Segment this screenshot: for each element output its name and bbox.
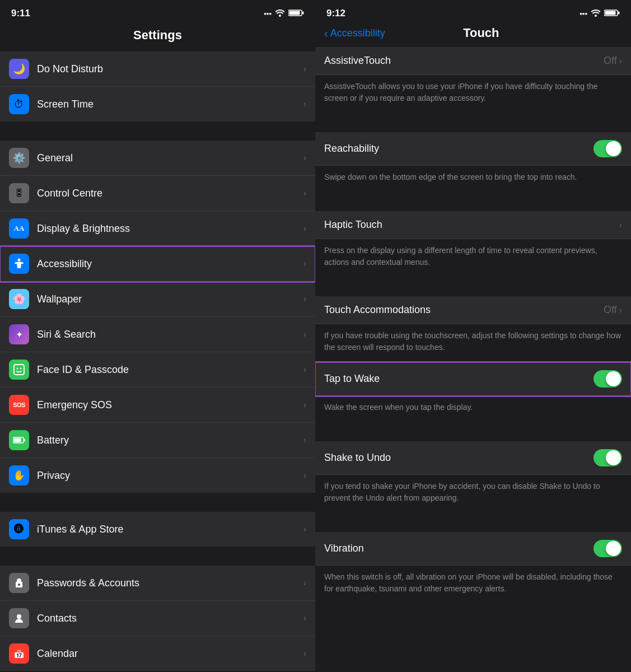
touch-accommodations-off: Off [604, 304, 617, 316]
svg-point-12 [17, 614, 21, 619]
section-haptic-touch: Haptic Touch › Press on the display usin… [315, 211, 631, 276]
passwords-icon [9, 573, 29, 593]
assistive-touch-label: AssistiveTouch [324, 55, 391, 67]
svg-point-13 [595, 15, 597, 17]
right-page-title: Touch [385, 26, 577, 40]
vibration-desc-text: When this switch is off, all vibration o… [324, 572, 613, 593]
left-status-bar: 9:11 ▪▪▪ [0, 0, 315, 24]
tap-to-wake-description: Wake the screen when you tap the display… [315, 396, 631, 421]
divider-r3 [315, 277, 631, 296]
battery-settings-icon [9, 430, 29, 450]
divider-r4 [315, 422, 631, 441]
settings-group-1: 🌙 Do Not Disturb › ⏱ Screen Time › [0, 52, 315, 122]
chevron-icon: › [303, 153, 306, 163]
settings-item-do-not-disturb[interactable]: 🌙 Do Not Disturb › [0, 52, 315, 87]
right-item-reachability[interactable]: Reachability [315, 132, 631, 166]
right-status-bar: 9:12 ▪▪▪ [315, 0, 631, 24]
settings-item-general[interactable]: ⚙️ General › [0, 141, 315, 176]
chevron-icon: › [303, 578, 306, 588]
wifi-icon [275, 9, 285, 18]
section-reachability: Reachability Swipe down on the bottom ed… [315, 132, 631, 191]
haptic-touch-desc-text: Press on the display using a different l… [324, 246, 597, 267]
settings-item-battery[interactable]: Battery › [0, 423, 315, 458]
settings-group-3: 🅐 iTunes & App Store › [0, 512, 315, 547]
settings-item-accessibility[interactable]: Accessibility › [0, 246, 315, 282]
tap-to-wake-toggle[interactable] [593, 370, 622, 388]
reachability-description: Swipe down on the bottom edge of the scr… [315, 166, 631, 191]
divider-r2 [315, 192, 631, 211]
accessibility-label: Accessibility [37, 258, 303, 270]
section-assistive-touch: AssistiveTouch Off › AssistiveTouch allo… [315, 47, 631, 112]
divider-1 [0, 123, 315, 141]
screen-time-icon: ⏱ [9, 94, 29, 114]
haptic-touch-value: › [619, 220, 622, 230]
passwords-label: Passwords & Accounts [37, 577, 303, 589]
settings-group-2: ⚙️ General › 🎛 Control Centre › AA Displ… [0, 141, 315, 493]
svg-rect-3 [302, 11, 304, 14]
settings-item-wallpaper[interactable]: 🌸 Wallpaper › [0, 282, 315, 317]
chevron-icon: › [303, 613, 306, 623]
touch-accommodations-desc-text: If you have trouble using the touchscree… [324, 331, 621, 352]
svg-rect-9 [14, 438, 21, 442]
assistive-touch-off: Off [604, 55, 617, 67]
svg-point-11 [18, 584, 20, 586]
tap-to-wake-toggle-knob [606, 371, 621, 386]
divider-2 [0, 494, 315, 512]
reachability-label: Reachability [324, 143, 379, 155]
wallpaper-icon: 🌸 [9, 289, 29, 309]
right-item-tap-to-wake[interactable]: Tap to Wake [315, 362, 631, 396]
battery-icon [288, 9, 304, 18]
chevron-icon: › [303, 294, 306, 304]
settings-item-emergency-sos[interactable]: SOS Emergency SOS › [0, 388, 315, 423]
battery-label: Battery [37, 435, 303, 446]
right-item-shake-to-undo[interactable]: Shake to Undo [315, 441, 631, 475]
privacy-icon: ✋ [9, 465, 29, 486]
right-item-touch-accommodations[interactable]: Touch Accommodations Off › [315, 296, 631, 324]
tap-to-wake-label: Tap to Wake [324, 373, 380, 385]
settings-item-privacy[interactable]: ✋ Privacy › [0, 458, 315, 493]
vibration-description: When this switch is off, all vibration o… [315, 566, 631, 603]
settings-item-control-centre[interactable]: 🎛 Control Centre › [0, 176, 315, 211]
settings-item-screen-time[interactable]: ⏱ Screen Time › [0, 87, 315, 122]
chevron-icon: › [303, 435, 306, 445]
settings-item-contacts[interactable]: Contacts › [0, 601, 315, 636]
section-tap-to-wake: Tap to Wake Wake the screen when you tap… [315, 362, 631, 421]
settings-group-4: Passwords & Accounts › Contacts › 📅 Cale… [0, 566, 315, 671]
right-wifi-icon [591, 9, 601, 18]
right-item-assistive-touch[interactable]: AssistiveTouch Off › [315, 47, 631, 75]
chevron-icon: › [303, 188, 306, 198]
right-status-icons: ▪▪▪ [579, 9, 620, 18]
svg-rect-2 [289, 11, 300, 15]
right-panel: 9:12 ▪▪▪ ‹ Accessibility [315, 0, 631, 672]
calendar-label: Calendar [37, 648, 303, 660]
assistive-touch-chevron: › [619, 56, 622, 66]
left-panel: 9:11 ▪▪▪ Settings [0, 0, 315, 672]
back-button[interactable]: ‹ Accessibility [324, 27, 385, 40]
section-touch-accommodations: Touch Accommodations Off › If you have t… [315, 296, 631, 361]
right-time: 9:12 [326, 8, 345, 19]
settings-item-display-brightness[interactable]: AA Display & Brightness › [0, 211, 315, 246]
emergency-sos-icon: SOS [9, 395, 29, 415]
right-item-vibration[interactable]: Vibration [315, 532, 631, 566]
chevron-icon: › [303, 470, 306, 480]
settings-item-itunes[interactable]: 🅐 iTunes & App Store › [0, 512, 315, 547]
chevron-icon: › [303, 223, 306, 234]
right-item-haptic-touch[interactable]: Haptic Touch › [315, 211, 631, 239]
settings-item-passwords[interactable]: Passwords & Accounts › [0, 566, 315, 601]
itunes-label: iTunes & App Store [37, 524, 303, 535]
left-time: 9:11 [11, 8, 30, 19]
shake-to-undo-toggle[interactable] [593, 449, 622, 466]
haptic-touch-description: Press on the display using a different l… [315, 239, 631, 276]
reachability-toggle[interactable] [593, 140, 622, 157]
siri-search-icon: ✦ [9, 324, 29, 344]
settings-item-face-id[interactable]: Face ID & Passcode › [0, 352, 315, 388]
shake-to-undo-desc-text: If you tend to shake your iPhone by acci… [324, 482, 600, 502]
haptic-touch-chevron: › [619, 220, 622, 230]
emergency-sos-label: Emergency SOS [37, 399, 303, 411]
left-status-icons: ▪▪▪ [264, 9, 304, 18]
general-icon: ⚙️ [9, 148, 29, 168]
right-content: AssistiveTouch Off › AssistiveTouch allo… [315, 47, 631, 672]
vibration-toggle[interactable] [593, 540, 622, 557]
settings-item-calendar[interactable]: 📅 Calendar › [0, 636, 315, 671]
settings-item-siri-search[interactable]: ✦ Siri & Search › [0, 317, 315, 352]
